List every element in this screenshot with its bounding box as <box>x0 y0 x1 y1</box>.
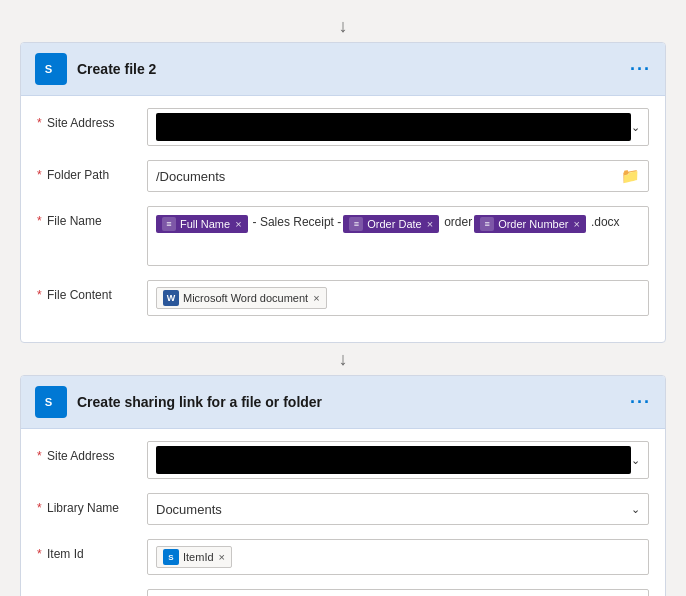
connector-arrow-1: ↓ <box>339 10 348 42</box>
sharepoint-icon: S <box>35 53 67 85</box>
file-content-row: * File Content W Microsoft Word document… <box>37 280 649 316</box>
library-name-label: * Library Name <box>37 493 147 515</box>
sharepoint-icon-2: S <box>35 386 67 418</box>
separator-2: order <box>444 215 472 229</box>
create-file-menu[interactable]: ··· <box>630 59 651 80</box>
item-id-input[interactable]: S ItemId × <box>147 539 649 575</box>
site-address-label-1: * Site Address <box>37 108 147 130</box>
file-name-label: * File Name <box>37 206 147 228</box>
item-id-icon: S <box>163 549 179 565</box>
file-content-input[interactable]: W Microsoft Word document × <box>147 280 649 316</box>
word-document-tag: W Microsoft Word document × <box>156 287 327 309</box>
folder-path-label: * Folder Path <box>37 160 147 182</box>
full-name-tag-icon: ≡ <box>162 217 176 231</box>
file-name-input[interactable]: ≡ Full Name × - Sales Receipt - ≡ Order … <box>147 206 649 266</box>
full-name-tag: ≡ Full Name × <box>156 215 248 233</box>
site-address-chevron-2: ⌄ <box>631 454 640 467</box>
create-file-title: Create file 2 <box>77 61 630 77</box>
file-content-label: * File Content <box>37 280 147 302</box>
link-type-row: * Link Type View only ⌄ <box>37 589 649 596</box>
create-sharing-link-title: Create sharing link for a file or folder <box>77 394 630 410</box>
item-id-tag: S ItemId × <box>156 546 232 568</box>
create-file-card-header: S Create file 2 ··· <box>21 43 665 96</box>
create-sharing-link-menu[interactable]: ··· <box>630 392 651 413</box>
order-date-tag-icon: ≡ <box>349 217 363 231</box>
item-id-tag-close[interactable]: × <box>219 551 225 563</box>
folder-path-row: * Folder Path /Documents 📁 <box>37 160 649 192</box>
site-address-chevron-1: ⌄ <box>631 121 640 134</box>
create-sharing-link-body: * Site Address ⌄ * Library Name Document… <box>21 429 665 596</box>
create-file-body: * Site Address ⌄ * Folder Path /Document… <box>21 96 665 342</box>
order-date-tag: ≡ Order Date × <box>343 215 439 233</box>
word-tag-close[interactable]: × <box>313 292 319 304</box>
library-name-input[interactable]: Documents ⌄ <box>147 493 649 525</box>
folder-icon: 📁 <box>621 167 640 185</box>
svg-text:S: S <box>45 63 53 75</box>
library-name-chevron: ⌄ <box>631 503 640 516</box>
file-name-row: * File Name ≡ Full Name × - Sales Receip… <box>37 206 649 266</box>
folder-path-input[interactable]: /Documents 📁 <box>147 160 649 192</box>
full-name-tag-close[interactable]: × <box>235 218 241 230</box>
item-id-label: * Item Id <box>37 539 147 561</box>
item-id-row: * Item Id S ItemId × <box>37 539 649 575</box>
order-number-tag: ≡ Order Number × <box>474 215 586 233</box>
order-date-tag-close[interactable]: × <box>427 218 433 230</box>
order-number-tag-icon: ≡ <box>480 217 494 231</box>
create-sharing-link-header: S Create sharing link for a file or fold… <box>21 376 665 429</box>
site-address-input-1[interactable]: ⌄ <box>147 108 649 146</box>
link-type-label: * Link Type <box>37 589 147 596</box>
library-name-row: * Library Name Documents ⌄ <box>37 493 649 525</box>
create-sharing-link-card: S Create sharing link for a file or fold… <box>20 375 666 596</box>
connector-arrow-2: ↓ <box>339 343 348 375</box>
link-type-input[interactable]: View only ⌄ <box>147 589 649 596</box>
separator-1: - Sales Receipt - <box>253 215 342 229</box>
site-address-row-2: * Site Address ⌄ <box>37 441 649 479</box>
site-address-input-2[interactable]: ⌄ <box>147 441 649 479</box>
site-address-label-2: * Site Address <box>37 441 147 463</box>
separator-3: .docx <box>591 215 620 229</box>
svg-text:S: S <box>45 396 53 408</box>
order-number-tag-close[interactable]: × <box>573 218 579 230</box>
site-address-row-1: * Site Address ⌄ <box>37 108 649 146</box>
create-file-card: S Create file 2 ··· * Site Address ⌄ * F… <box>20 42 666 343</box>
word-icon: W <box>163 290 179 306</box>
